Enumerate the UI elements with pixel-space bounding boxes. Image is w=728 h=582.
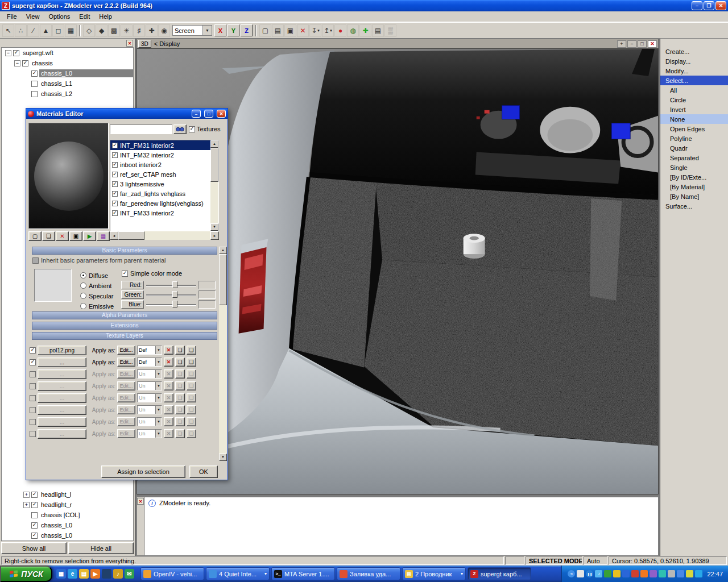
open-file-button[interactable]: ▤	[272, 24, 284, 37]
material-visibility-checkbox[interactable]	[112, 181, 118, 187]
lighting-toggle-button[interactable]: ☀	[121, 24, 133, 37]
close-tree-panel-button[interactable]: ✕	[126, 40, 133, 47]
axes-toggle-button[interactable]: ✚	[146, 24, 158, 37]
material-visibility-checkbox[interactable]	[112, 201, 118, 206]
show-all-button[interactable]: Show all	[1, 542, 67, 554]
texture-paste-button[interactable]: ❏	[187, 369, 196, 379]
texture-paste-button[interactable]: ❏	[187, 405, 196, 414]
panel-item-quadr[interactable]: Quadr	[660, 143, 728, 153]
simple-color-mode-option[interactable]: Simple color mode	[122, 270, 182, 277]
texture-copy-button[interactable]: ❏	[175, 369, 185, 379]
inherit-parameters-option[interactable]: Inherit basic parameters form parent mat…	[32, 257, 166, 264]
tree-item-chassis-l0[interactable]: chassis_L0	[2, 530, 133, 541]
panel-item-open-edges[interactable]: Open Edges	[660, 124, 728, 134]
texture-enabled-checkbox[interactable]	[30, 419, 36, 425]
tree-item-headlight-l[interactable]: +headlight_l	[2, 489, 133, 500]
plus-expander-icon[interactable]: +	[23, 492, 30, 498]
material-visibility-checkbox[interactable]	[112, 172, 118, 177]
apply-material-button[interactable]: ▶	[83, 231, 96, 241]
tree-item-chassis-col[interactable]: chassis [COL]	[2, 510, 133, 520]
texture-name-button[interactable]: ...	[38, 369, 86, 379]
panel-item-surface[interactable]: Surface...	[660, 201, 728, 211]
tray-icon-2[interactable]	[604, 570, 611, 577]
texture-enabled-checkbox[interactable]	[30, 431, 36, 437]
visibility-checkbox[interactable]	[31, 492, 38, 498]
messenger-icon[interactable]: ✉	[125, 569, 134, 579]
edges-mode-button[interactable]: ∕	[27, 24, 39, 37]
texture-copy-button[interactable]: ❏	[175, 393, 185, 402]
channel-radio-diffuse[interactable]	[80, 272, 86, 278]
texture-edit-button[interactable]: Edit...	[117, 429, 135, 438]
clone-material-button[interactable]: ❏	[42, 231, 55, 241]
material-visibility-checkbox[interactable]	[112, 210, 118, 216]
lock-button[interactable]: ▒	[384, 24, 396, 37]
menu-file[interactable]: File	[2, 12, 22, 21]
material-visibility-checkbox[interactable]	[112, 191, 118, 197]
texture-copy-button[interactable]: ❏	[175, 357, 185, 367]
import-button[interactable]: ↧▾	[309, 24, 321, 37]
new-material-button[interactable]: ▢	[28, 231, 42, 241]
material-item-3-lightsemissive[interactable]: 3 lightsemissive	[110, 179, 210, 189]
texture-copy-button[interactable]: ❏	[175, 429, 185, 438]
axis-z-button[interactable]: Z	[241, 24, 253, 36]
material-search-input[interactable]	[110, 124, 172, 134]
material-item-int-fm33-interior2[interactable]: INT_FM33 interior2	[110, 208, 210, 218]
visibility-checkbox[interactable]	[31, 502, 38, 508]
maximize-view-button[interactable]: □	[638, 40, 647, 48]
texture-mode-dropdown[interactable]: Un▼	[137, 393, 162, 402]
visibility-checkbox[interactable]	[31, 91, 38, 97]
red-value-box[interactable]	[198, 281, 216, 289]
tree-item-supergt-wft[interactable]: −supergt.wft	[2, 48, 133, 58]
texture-name-button[interactable]: pol12.png	[38, 346, 86, 355]
slider-thumb[interactable]	[172, 281, 177, 288]
panel-item-modify[interactable]: Modify...	[660, 66, 728, 76]
texture-delete-button[interactable]: ✕	[164, 393, 173, 402]
minus-expander-icon[interactable]: −	[14, 60, 20, 66]
scroll-track[interactable]	[210, 148, 218, 223]
visibility-checkbox[interactable]	[31, 522, 38, 529]
texture-enabled-checkbox[interactable]	[30, 383, 36, 389]
shaded-view-button[interactable]: ◆	[96, 24, 107, 37]
minimize-button[interactable]: –	[692, 1, 702, 10]
texture-enabled-checkbox[interactable]	[30, 371, 36, 377]
texture-mode-dropdown[interactable]: Def▼	[137, 357, 162, 367]
blue-slider[interactable]	[145, 300, 197, 309]
tray-icon-8[interactable]	[659, 570, 666, 577]
materials-editor-titlebar[interactable]: Materials Editor – □ ✕	[26, 109, 228, 119]
vertices-mode-button[interactable]: ∴	[15, 24, 27, 37]
texture-enabled-checkbox[interactable]	[30, 359, 36, 365]
render-button[interactable]: ●	[334, 24, 346, 37]
material-window-button[interactable]: ▣	[69, 231, 82, 241]
tray-icon-10[interactable]	[677, 570, 684, 577]
parameters-scroll-thumb[interactable]	[219, 254, 227, 305]
material-visibility-checkbox[interactable]	[112, 152, 118, 158]
select-tool-button[interactable]: ↖	[2, 24, 14, 37]
materials-maximize-button[interactable]: □	[204, 110, 213, 118]
texture-paste-button[interactable]: ❏	[187, 357, 196, 367]
tray-icon-9[interactable]	[668, 570, 675, 577]
scroll-thumb[interactable]	[210, 148, 218, 182]
texture-delete-button[interactable]: ✕	[164, 381, 173, 390]
texture-mode-dropdown[interactable]: Un▼	[137, 381, 162, 390]
export-button[interactable]: ↥▾	[322, 24, 334, 37]
chevron-down-icon[interactable]: ▼	[202, 26, 212, 35]
zoom-in-view-button[interactable]: +	[617, 40, 626, 48]
panel-item-single[interactable]: Single	[660, 163, 728, 172]
channel-radio-specular[interactable]	[80, 293, 86, 299]
taskbar-task-item[interactable]: Заливка уда...	[337, 567, 400, 580]
surfaces-mode-button[interactable]: ▦	[65, 24, 77, 37]
texture-paste-button[interactable]: ❏	[187, 429, 196, 438]
titlebar[interactable]: Z supergt карбон - ZModeler ver 2.2.2 (B…	[0, 0, 728, 11]
texture-delete-button[interactable]: ✕	[164, 417, 173, 426]
tray-icon-volume[interactable]: ♪	[595, 570, 602, 577]
texture-paste-button[interactable]: ❏	[187, 381, 196, 390]
view-mode-button[interactable]: 3D	[138, 40, 151, 48]
menu-options[interactable]: Options	[44, 12, 75, 21]
tray-icon-6[interactable]	[640, 570, 648, 577]
materials-list-hscrollbar[interactable]: ◄ ►	[110, 231, 219, 240]
visibility-checkbox[interactable]	[31, 512, 38, 518]
textured-view-button[interactable]: ▩	[108, 24, 120, 37]
hide-all-button[interactable]: Hide all	[68, 542, 134, 554]
visibility-checkbox[interactable]	[13, 50, 19, 56]
tree-item-chassis-l0[interactable]: chassis_L0	[2, 520, 133, 530]
